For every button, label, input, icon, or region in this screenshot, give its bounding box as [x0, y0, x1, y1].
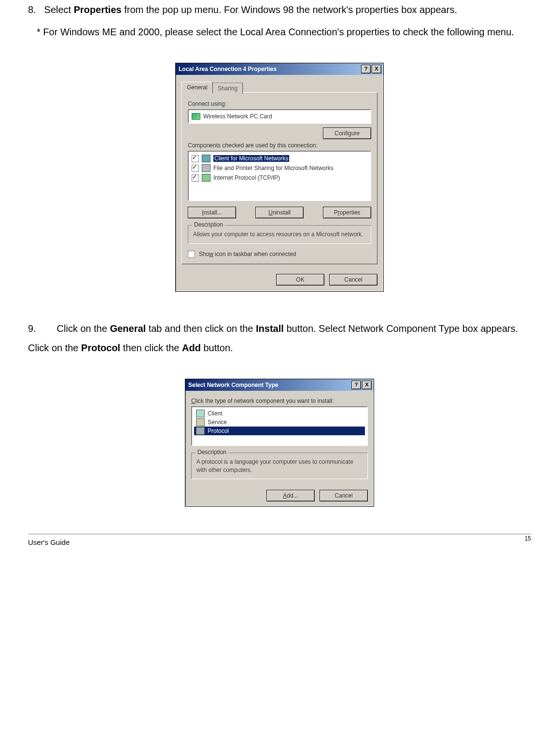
description-text: A protocol is a language your computer u…: [196, 458, 363, 474]
add-button[interactable]: Add...: [266, 490, 315, 501]
ok-button[interactable]: OK: [276, 274, 324, 285]
component-type-list[interactable]: Client Service Protocol: [191, 406, 368, 446]
step-9-number: 9.: [28, 319, 42, 338]
show-icon-row[interactable]: Show icon in taskbar when connected: [188, 251, 371, 258]
step-8-note: * For Windows ME and 2000, please select…: [37, 22, 531, 42]
client-icon: [202, 155, 210, 162]
figure-select-component-dialog: Select Network Component Type ? X Click …: [28, 379, 531, 507]
show-icon-label: Show icon in taskbar when connected: [199, 251, 296, 257]
adapter-name: Wireless Network PC Card: [203, 113, 272, 120]
cancel-button[interactable]: Cancel: [320, 490, 368, 501]
checkbox-empty-icon[interactable]: [188, 251, 195, 258]
tab-sharing[interactable]: Sharing: [212, 83, 243, 94]
dialog-titlebar: Select Network Component Type ? X: [185, 379, 374, 391]
components-list[interactable]: Client for Microsoft Networks File and P…: [188, 151, 371, 201]
protocol-icon: [196, 427, 205, 435]
description-legend: Description: [192, 221, 225, 228]
cancel-button[interactable]: Cancel: [329, 274, 377, 285]
checkbox-icon[interactable]: [192, 174, 199, 182]
page-footer: User's Guide 15: [28, 537, 531, 556]
help-button[interactable]: ?: [361, 65, 371, 73]
dialog-title: Local Area Connection 4 Properties: [179, 66, 360, 72]
step-8: 8. Select Properties from the pop up men…: [28, 0, 531, 19]
tab-general[interactable]: General: [182, 82, 213, 93]
install-button[interactable]: Install...: [188, 207, 236, 218]
type-protocol[interactable]: Protocol: [194, 427, 365, 435]
description-text: Allows your computer to access resources…: [193, 230, 366, 239]
figure-properties-dialog: Local Area Connection 4 Properties ? X G…: [28, 63, 531, 292]
type-service[interactable]: Service: [194, 418, 365, 427]
protocol-icon: [202, 174, 210, 182]
dialog-titlebar: Local Area Connection 4 Properties ? X: [176, 63, 383, 75]
configure-button[interactable]: Configure: [323, 128, 371, 139]
component-file-printer[interactable]: File and Printer Sharing for Microsoft N…: [191, 163, 368, 173]
network-card-icon: [192, 113, 200, 120]
dialog-title: Select Network Component Type: [188, 382, 350, 388]
components-label: Components checked are used by this conn…: [188, 142, 371, 149]
client-icon: [196, 410, 205, 417]
connect-using-label: Connect using:: [188, 100, 371, 107]
step-9-body: Click on the General tab and then click …: [28, 323, 518, 353]
printer-icon: [202, 164, 210, 172]
step-8-number: 8.: [28, 0, 42, 19]
checkbox-icon[interactable]: [192, 155, 199, 162]
component-client[interactable]: Client for Microsoft Networks: [191, 154, 368, 163]
prompt-label: Click the type of network component you …: [191, 398, 368, 404]
footer-page-number: 15: [525, 535, 531, 543]
checkbox-icon[interactable]: [192, 165, 199, 172]
step-9: 9. Click on the General tab and then cli…: [28, 319, 531, 357]
uninstall-button[interactable]: Uninstall: [255, 207, 304, 218]
type-client[interactable]: Client: [194, 409, 365, 418]
close-button[interactable]: X: [372, 65, 381, 73]
footer-divider: [28, 534, 531, 534]
footer-guide-label: User's Guide: [28, 538, 70, 546]
step-8-body: Select Properties from the pop up menu. …: [44, 4, 457, 15]
select-network-component-type-dialog: Select Network Component Type ? X Click …: [185, 379, 374, 507]
close-button[interactable]: X: [362, 381, 372, 389]
local-area-connection-properties-dialog: Local Area Connection 4 Properties ? X G…: [175, 63, 384, 292]
service-icon: [196, 418, 205, 426]
adapter-field: Wireless Network PC Card: [188, 109, 371, 124]
tab-strip: General Sharing: [182, 82, 377, 93]
properties-button[interactable]: Properties: [323, 207, 371, 218]
help-button[interactable]: ?: [351, 381, 361, 389]
description-group: Description Allows your computer to acce…: [188, 225, 371, 244]
component-tcpip[interactable]: Internet Protocol (TCP/IP): [191, 173, 368, 183]
description-group: Description A protocol is a language you…: [191, 453, 368, 480]
description-legend: Description: [196, 449, 228, 456]
